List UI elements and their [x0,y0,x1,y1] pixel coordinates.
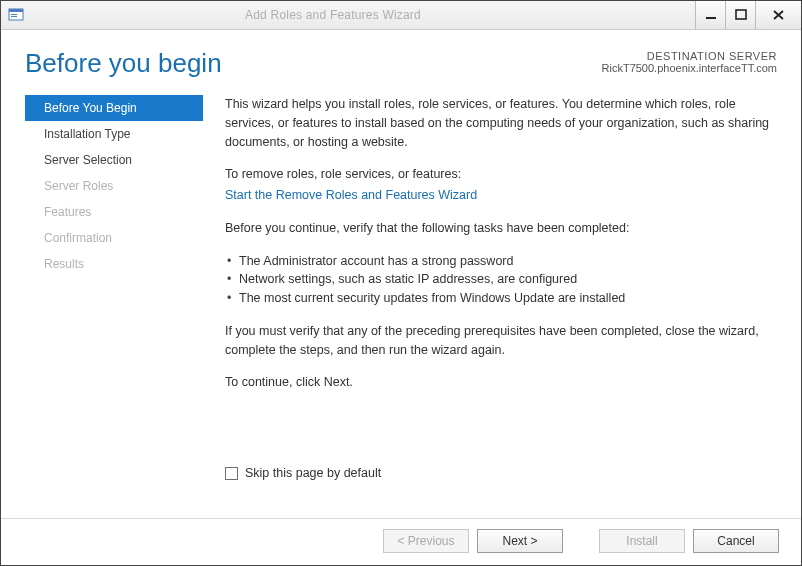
minimize-button[interactable] [695,1,725,29]
wizard-window: Add Roles and Features Wizard Before you… [0,0,802,566]
next-button[interactable]: Next > [477,529,563,553]
destination-label: DESTINATION SERVER [602,50,777,62]
sidebar-item-label: Server Roles [44,179,113,193]
sidebar-item-server-selection[interactable]: Server Selection [25,147,203,173]
skip-page-row: Skip this page by default [225,464,773,483]
svg-rect-2 [11,14,17,15]
window-controls [695,1,801,29]
prereq-item: The most current security updates from W… [225,289,773,308]
sidebar-item-label: Confirmation [44,231,112,245]
maximize-button[interactable] [725,1,755,29]
remove-prompt: To remove roles, role services, or featu… [225,165,773,184]
sidebar-item-installation-type[interactable]: Installation Type [25,121,203,147]
page-title: Before you begin [25,48,222,79]
remove-wizard-link[interactable]: Start the Remove Roles and Features Wiza… [225,188,477,202]
verify-close-text: If you must verify that any of the prece… [225,322,773,360]
sidebar-item-label: Before You Begin [44,101,137,115]
svg-rect-1 [9,9,23,12]
prereq-list: The Administrator account has a strong p… [225,252,773,308]
sidebar-item-label: Features [44,205,91,219]
intro-text: This wizard helps you install roles, rol… [225,95,773,151]
previous-button: < Previous [383,529,469,553]
sidebar-item-before-you-begin[interactable]: Before You Begin [25,95,203,121]
prereq-item: Network settings, such as static IP addr… [225,270,773,289]
svg-rect-3 [11,16,17,17]
app-icon [7,6,25,24]
sidebar-item-label: Installation Type [44,127,131,141]
close-button[interactable] [755,1,801,29]
sidebar-item-label: Server Selection [44,153,132,167]
wizard-main: This wizard helps you install roles, rol… [203,95,777,518]
sidebar-item-features: Features [25,199,203,225]
wizard-footer: < Previous Next > Install Cancel [1,518,801,565]
sidebar-item-server-roles: Server Roles [25,173,203,199]
cancel-button[interactable]: Cancel [693,529,779,553]
skip-page-checkbox[interactable] [225,467,238,480]
skip-page-label: Skip this page by default [245,464,381,483]
destination-host: RickT7500.phoenix.interfaceTT.com [602,62,777,74]
destination-server: DESTINATION SERVER RickT7500.phoenix.int… [602,50,777,74]
continue-hint: To continue, click Next. [225,373,773,392]
prereq-item: The Administrator account has a strong p… [225,252,773,271]
titlebar: Add Roles and Features Wizard [1,1,801,30]
svg-rect-4 [706,17,716,19]
content-row: Before You Begin Installation Type Serve… [25,95,777,518]
sidebar-item-confirmation: Confirmation [25,225,203,251]
window-title: Add Roles and Features Wizard [31,8,695,22]
header-row: Before you begin DESTINATION SERVER Rick… [25,48,777,79]
install-button: Install [599,529,685,553]
sidebar-item-results: Results [25,251,203,277]
sidebar-item-label: Results [44,257,84,271]
wizard-body: Before you begin DESTINATION SERVER Rick… [1,30,801,518]
wizard-sidebar: Before You Begin Installation Type Serve… [25,95,203,518]
svg-rect-5 [736,10,746,19]
verify-intro: Before you continue, verify that the fol… [225,219,773,238]
